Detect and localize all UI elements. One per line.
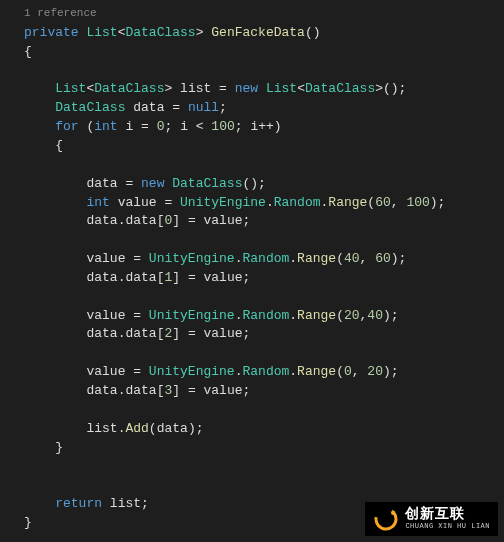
svg-point-0 [374, 507, 398, 531]
svg-point-1 [391, 511, 395, 515]
watermark: 创新互联 CHUANG XIN HU LIAN [365, 502, 498, 536]
type-dataclass: DataClass [125, 25, 195, 40]
method-name: GenFackeData [211, 25, 305, 40]
type-list: List [86, 25, 117, 40]
kw-private: private [24, 25, 79, 40]
watermark-logo-icon [373, 506, 399, 532]
watermark-cn: 创新互联 [405, 507, 490, 522]
codelens-references[interactable]: 1 reference [0, 6, 504, 22]
code-block: private List<DataClass> GenFackeData() {… [0, 24, 504, 533]
watermark-en: CHUANG XIN HU LIAN [405, 523, 490, 531]
